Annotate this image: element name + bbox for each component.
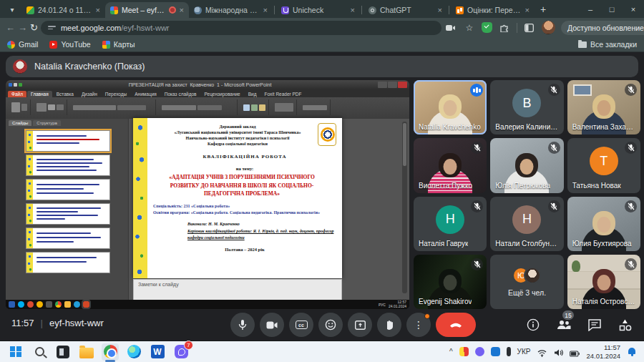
camera-in-use-icon[interactable] xyxy=(444,21,457,34)
tray-app-icon[interactable] xyxy=(459,347,469,356)
participant-tile[interactable]: Т Татьяна Новак xyxy=(567,138,640,192)
network-icon[interactable] xyxy=(537,347,547,357)
language-indicator[interactable]: УКР xyxy=(517,348,531,356)
ribbon-tab-file[interactable]: Файл xyxy=(8,91,26,97)
tray-shield-icon[interactable] xyxy=(491,347,500,356)
shared-system-tray[interactable]: РУС 12:57 24.01.2024 xyxy=(379,300,406,309)
adblock-extension-icon[interactable] xyxy=(482,22,492,33)
slide-thumbnail[interactable] xyxy=(26,155,110,176)
volume-icon[interactable] xyxy=(553,347,563,357)
edge-taskbar-button[interactable] xyxy=(125,343,142,361)
shared-firefox-icon[interactable] xyxy=(27,301,34,308)
ribbon-tab-design[interactable]: Дизайн xyxy=(78,91,101,97)
taskbar-app-button[interactable] xyxy=(54,343,72,361)
bookmark-maps[interactable]: Карты xyxy=(102,40,135,49)
window-minimize-button[interactable]: – xyxy=(580,0,601,18)
slide-thumbnail[interactable] xyxy=(26,252,110,273)
slide-thumbnail[interactable] xyxy=(26,228,110,249)
back-icon[interactable]: ← xyxy=(6,20,15,36)
profile-avatar[interactable] xyxy=(542,21,555,34)
participant-tile[interactable]: В Валерия Калинич... xyxy=(490,80,563,134)
slide-canvas[interactable]: Державний заклад «Луганський національни… xyxy=(133,118,342,278)
battery-icon[interactable] xyxy=(570,347,580,357)
ribbon-tab-view[interactable]: Вид xyxy=(245,91,260,97)
browser-tab-conference[interactable]: Міжнародна науково-пра × xyxy=(189,2,273,18)
tray-mic-icon[interactable] xyxy=(507,347,511,356)
ribbon-tab-insert[interactable]: Вставка xyxy=(53,91,77,97)
shared-folder-icon[interactable] xyxy=(64,301,71,308)
meeting-details-icon[interactable] xyxy=(525,316,542,333)
ribbon-tab-transitions[interactable]: Переходы xyxy=(102,91,131,97)
participant-tile[interactable]: Natalia Kravchenko xyxy=(414,80,487,134)
ppt-maximize-button[interactable] xyxy=(388,82,397,88)
more-participants-tile[interactable]: Ю Ещё 3 чел. xyxy=(490,255,563,309)
new-tab-button[interactable]: + xyxy=(535,1,552,18)
bookmark-star-icon[interactable]: ☆ xyxy=(463,21,476,34)
window-maximize-button[interactable]: □ xyxy=(601,0,623,18)
ppt-close-button[interactable] xyxy=(398,82,407,88)
panel-tab-slides[interactable]: Слайды xyxy=(9,120,31,126)
activities-icon[interactable] xyxy=(617,316,634,333)
captions-button[interactable]: cc xyxy=(289,313,313,337)
participant-tile[interactable]: Evgenij Shakirov xyxy=(414,255,487,309)
bookmark-youtube[interactable]: YouTube xyxy=(49,40,90,49)
ribbon-content[interactable] xyxy=(6,97,409,119)
shared-app-icon[interactable] xyxy=(36,301,43,308)
more-options-button[interactable]: ⋮ xyxy=(406,313,431,337)
tab-close-icon[interactable]: × xyxy=(525,6,530,14)
participants-icon[interactable]: 15 xyxy=(555,316,572,333)
reactions-button[interactable] xyxy=(318,313,343,337)
shared-tray-lang[interactable]: РУС xyxy=(379,303,386,307)
participant-tile[interactable]: Юлия Бухтиярова xyxy=(567,197,640,251)
present-button[interactable] xyxy=(348,313,372,337)
raise-hand-button[interactable] xyxy=(377,313,401,337)
window-close-button[interactable]: × xyxy=(623,0,644,18)
shared-telegram-icon[interactable] xyxy=(74,301,80,308)
panel-tab-outline[interactable]: Структура xyxy=(33,120,60,126)
reload-icon[interactable]: ↻ xyxy=(30,20,38,36)
tab-close-icon[interactable]: × xyxy=(180,6,184,14)
browser-tab-grades[interactable]: Оцінки: Перегляд × xyxy=(451,2,535,18)
tab-close-icon[interactable]: × xyxy=(96,6,100,14)
notes-pane[interactable]: Заметки к слайду xyxy=(133,279,342,300)
participant-tile[interactable]: Наталія Островсь... xyxy=(567,255,640,309)
chrome-update-chip[interactable]: Доступно обновление Chrome xyxy=(561,21,644,35)
ribbon-tab-foxit[interactable]: Foxit Reader PDF xyxy=(261,91,306,97)
ribbon-tab-animation[interactable]: Анимация xyxy=(131,91,160,97)
shared-screen-presentation[interactable]: ПРЕЗЕНТАЦІЯ на захист_Кравченко_1 - Micr… xyxy=(6,80,409,309)
slide-scrollbar[interactable] xyxy=(402,122,407,293)
address-bar[interactable]: meet.google.com/eyf-hswt-wwr xyxy=(41,21,441,35)
browser-tab-meet[interactable]: Meet – eyf-hswt-wwr × xyxy=(105,2,189,18)
shared-app-icon[interactable] xyxy=(46,301,52,308)
tray-viber-icon[interactable] xyxy=(475,347,484,356)
bookmark-gmail[interactable]: Gmail xyxy=(7,40,38,49)
slide-thumbnail-panel[interactable]: Слайды Структура xyxy=(6,119,129,300)
camera-button[interactable] xyxy=(260,313,284,337)
shared-powerpoint-icon[interactable] xyxy=(83,301,89,308)
file-explorer-button[interactable] xyxy=(78,343,95,361)
site-settings-icon[interactable] xyxy=(48,24,57,31)
slide-thumbnail[interactable] xyxy=(26,203,110,225)
taskbar-search-button[interactable] xyxy=(31,343,48,361)
tab-close-icon[interactable]: × xyxy=(351,6,355,14)
slide-thumbnail[interactable] xyxy=(26,179,110,200)
browser-tab-unicheck[interactable]: Unicheck × xyxy=(276,2,360,18)
ribbon-tab-slideshow[interactable]: Показ слайдов xyxy=(161,91,200,97)
microphone-button[interactable] xyxy=(230,313,255,337)
word-taskbar-button[interactable]: W xyxy=(149,343,166,361)
ribbon-tab-home[interactable]: Главная xyxy=(27,91,52,97)
participant-tile[interactable]: Юлія Петрюкова xyxy=(490,138,563,192)
participant-tile[interactable]: Валентина Захар... xyxy=(567,80,640,134)
browser-tab-chatgpt[interactable]: ChatGPT × xyxy=(364,2,447,18)
participant-tile[interactable]: Виолетта Пужко xyxy=(414,138,487,192)
slide-thumbnail[interactable] xyxy=(26,130,110,152)
notification-bell-icon[interactable] xyxy=(627,347,637,357)
ppt-minimize-button[interactable] xyxy=(378,82,387,88)
tab-close-icon[interactable]: × xyxy=(438,6,442,14)
extension-icon[interactable] xyxy=(498,21,511,34)
forward-icon[interactable]: → xyxy=(18,20,27,36)
shared-skype-icon[interactable] xyxy=(18,301,24,308)
taskbar-clock[interactable]: 11:57 24.01.2024 xyxy=(586,343,620,361)
tab-search-icon[interactable]: ▾ xyxy=(4,1,20,17)
participant-tile[interactable]: Н Натали Столбунова xyxy=(490,197,563,251)
